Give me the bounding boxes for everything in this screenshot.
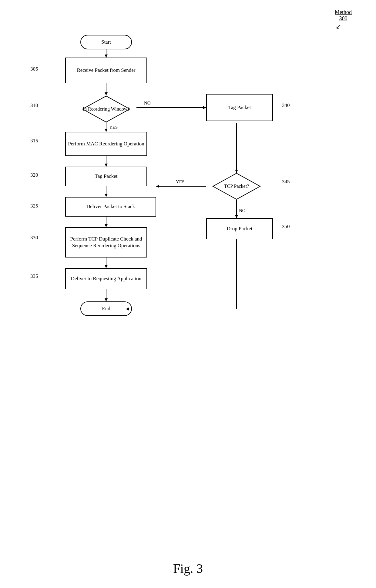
step-310-text: In Reordering Window? — [83, 106, 130, 112]
figure-caption: Fig. 3 — [0, 561, 376, 576]
step-345-label: 345 — [282, 179, 290, 185]
step-310-diamond: In Reordering Window? — [82, 95, 130, 123]
svg-marker-3 — [105, 92, 108, 95]
step-325-label: 325 — [30, 203, 38, 209]
end-label: End — [102, 305, 110, 312]
svg-marker-17 — [105, 265, 108, 268]
step-330-box: Perform TCP Duplicate Check and Sequence… — [65, 227, 147, 257]
svg-marker-11 — [105, 164, 108, 167]
step-335-box: Deliver to Requesting Application — [65, 268, 147, 289]
step-340-box: Tag Packet — [206, 94, 273, 121]
step-315-label: 315 — [30, 138, 38, 144]
page: Method 300 ↙ YES NO — [0, 0, 376, 588]
step-320-label: 320 — [30, 172, 38, 178]
svg-marker-13 — [105, 194, 108, 197]
step-320-box: Tag Packet — [65, 167, 147, 186]
step-345-diamond: TCP Packet? — [212, 173, 261, 200]
svg-marker-1 — [105, 55, 108, 58]
svg-text:YES: YES — [109, 125, 118, 130]
svg-text:NO: NO — [144, 101, 151, 105]
method-text: Method — [335, 9, 352, 15]
step-345-text: TCP Packet? — [224, 183, 249, 190]
start-label: Start — [101, 39, 111, 45]
step-340-label: 340 — [282, 102, 290, 108]
end-shape: End — [80, 301, 132, 316]
step-330-label: 330 — [30, 235, 38, 241]
svg-marker-23 — [156, 185, 159, 188]
step-310-label: 310 — [30, 102, 38, 108]
step-325-box: Deliver Packet to Stack — [65, 197, 156, 217]
step-335-label: 335 — [30, 273, 38, 279]
svg-marker-5 — [105, 129, 108, 132]
svg-text:NO: NO — [239, 208, 246, 213]
step-305-box: Receive Packet from Sender — [65, 58, 147, 83]
flowchart: YES NO — [18, 18, 352, 563]
arrows-svg: YES NO — [18, 18, 352, 563]
svg-text:YES: YES — [176, 179, 184, 184]
start-shape: Start — [80, 35, 132, 49]
svg-marker-19 — [105, 298, 108, 301]
step-315-box: Perform MAC Reordering Operation — [65, 132, 147, 156]
step-350-label: 350 — [282, 224, 290, 230]
step-305-label: 305 — [30, 66, 38, 72]
svg-marker-26 — [235, 215, 238, 218]
svg-marker-8 — [203, 106, 206, 109]
step-350-box: Drop Packet — [206, 218, 273, 239]
svg-marker-21 — [235, 170, 238, 173]
svg-marker-15 — [105, 224, 108, 227]
